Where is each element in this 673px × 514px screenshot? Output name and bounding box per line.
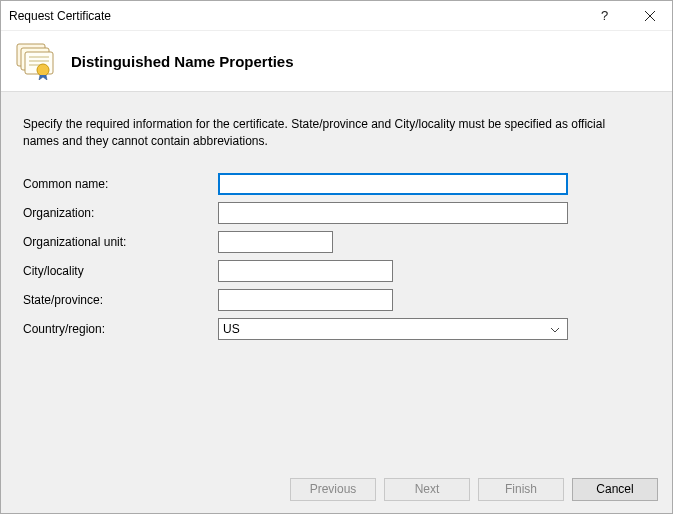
row-common-name: Common name: [23, 172, 650, 196]
help-button[interactable]: ? [582, 1, 627, 31]
label-common-name: Common name: [23, 177, 218, 191]
input-city-locality[interactable] [218, 260, 393, 282]
svg-point-8 [37, 64, 49, 76]
wizard-window: Request Certificate ? [0, 0, 673, 514]
label-organizational-unit: Organizational unit: [23, 235, 218, 249]
label-country-region: Country/region: [23, 322, 218, 336]
input-state-province[interactable] [218, 289, 393, 311]
wizard-header: Distinguished Name Properties [1, 31, 672, 91]
close-icon [645, 11, 655, 21]
input-organization[interactable] [218, 202, 568, 224]
row-city-locality: City/locality [23, 259, 650, 283]
row-organization: Organization: [23, 201, 650, 225]
row-country-region: Country/region: US [23, 317, 650, 341]
label-organization: Organization: [23, 206, 218, 220]
previous-button[interactable]: Previous [290, 478, 376, 501]
label-city-locality: City/locality [23, 264, 218, 278]
wizard-body: Specify the required information for the… [1, 91, 672, 513]
wizard-heading: Distinguished Name Properties [71, 53, 294, 70]
instructions-text: Specify the required information for the… [23, 116, 623, 150]
input-common-name[interactable] [218, 173, 568, 195]
help-icon: ? [601, 8, 608, 23]
wizard-footer: Previous Next Finish Cancel [1, 465, 672, 513]
input-organizational-unit[interactable] [218, 231, 333, 253]
row-organizational-unit: Organizational unit: [23, 230, 650, 254]
titlebar: Request Certificate ? [1, 1, 672, 31]
row-state-province: State/province: [23, 288, 650, 312]
certificate-stack-icon [13, 40, 57, 83]
close-button[interactable] [627, 1, 672, 31]
label-state-province: State/province: [23, 293, 218, 307]
next-button[interactable]: Next [384, 478, 470, 501]
window-title: Request Certificate [9, 9, 582, 23]
select-country-region[interactable]: US [218, 318, 568, 340]
select-country-value: US [223, 322, 547, 336]
finish-button[interactable]: Finish [478, 478, 564, 501]
chevron-down-icon [547, 322, 563, 336]
content-area: Specify the required information for the… [1, 92, 672, 465]
cancel-button[interactable]: Cancel [572, 478, 658, 501]
